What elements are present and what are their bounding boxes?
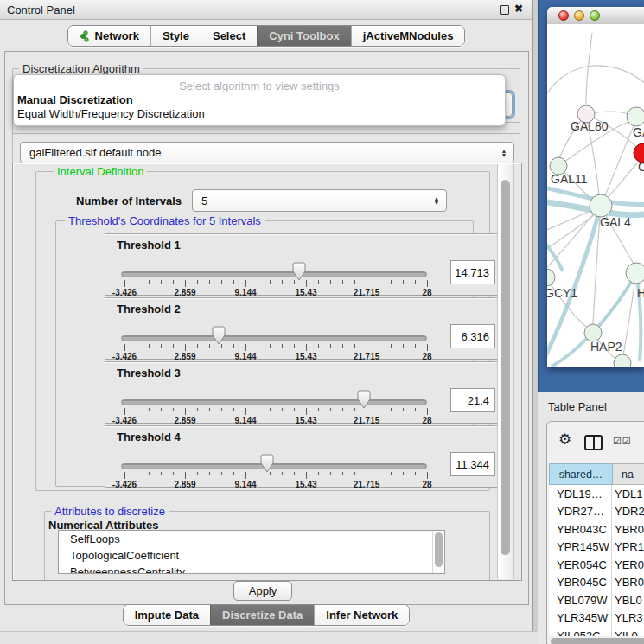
node-bottom[interactable] <box>614 354 631 367</box>
cell-name[interactable]: YER0 <box>612 556 644 574</box>
scrollbar-thumb[interactable] <box>435 532 443 567</box>
cell-name[interactable]: YBL0 <box>612 591 644 609</box>
table-row[interactable]: YIL052CYIL0 <box>549 627 644 636</box>
bottom-tab-infer-network[interactable]: Infer Network <box>314 605 409 625</box>
table-row[interactable]: YBL079WYBL0 <box>549 591 644 609</box>
slider-thumb[interactable] <box>292 262 306 281</box>
threshold-value-field[interactable]: 21.4 <box>450 388 495 412</box>
slider-thumb[interactable] <box>357 390 371 409</box>
tick-mark <box>233 280 234 284</box>
cell-name[interactable]: YPR1 <box>612 539 644 557</box>
network-edge[interactable] <box>586 33 592 114</box>
threshold-label: Threshold 3 <box>117 367 181 379</box>
select-columns-icon[interactable]: ☑☑ <box>613 436 632 447</box>
network-graph[interactable]: GAL80GACGAL11GAL4GCY1HHAP2 <box>547 24 644 367</box>
bottom-tab-discretize-data[interactable]: Discretize Data <box>210 605 314 625</box>
column-header-name[interactable]: na <box>613 463 644 485</box>
network-window-titlebar[interactable] <box>547 7 644 25</box>
minimize-traffic-light-icon[interactable] <box>574 10 584 21</box>
cell-shared-name[interactable]: YPR145W <box>549 539 612 557</box>
threshold-label: Threshold 2 <box>117 303 181 316</box>
tick-label: 2.859 <box>174 352 195 361</box>
cell-shared-name[interactable]: YIL052C <box>549 627 612 636</box>
cell-name[interactable]: YIL0 <box>612 627 644 636</box>
top-tab-style[interactable]: Style <box>150 26 201 46</box>
column-header-shared-name[interactable]: shared… <box>549 463 613 485</box>
tick-mark <box>197 344 198 348</box>
tick-mark <box>379 472 379 475</box>
close-icon[interactable]: ✖ <box>514 3 523 15</box>
cell-name[interactable]: YLR3 <box>612 609 644 628</box>
slider-track[interactable] <box>121 335 427 341</box>
dropdown-option-1[interactable]: Equal Width/Frequency Discretization <box>14 107 505 121</box>
attribute-list-item[interactable]: TopologicalCoefficient <box>59 547 444 564</box>
slider-track[interactable] <box>121 271 427 277</box>
network-edge[interactable] <box>601 126 634 206</box>
tick-mark <box>330 280 331 284</box>
table-row[interactable]: YLR345WYLR3 <box>549 609 644 628</box>
cell-shared-name[interactable]: YER054C <box>549 556 612 574</box>
cell-shared-name[interactable]: YDR27… <box>549 503 612 521</box>
split-table-icon[interactable] <box>584 435 603 450</box>
cell-name[interactable]: YDR2 <box>612 503 644 521</box>
slider-track[interactable] <box>121 463 427 469</box>
dropdown-option-0[interactable]: Manual Discretization <box>14 93 505 107</box>
tick-label: 28 <box>422 352 431 361</box>
table-data-combo[interactable]: galFiltered.sif default node ▲▼ <box>20 142 514 163</box>
threshold-value-field[interactable]: 11.344 <box>450 452 495 476</box>
network-edge-highlighted[interactable] <box>547 237 563 271</box>
attribute-list-item[interactable]: BetweennessCentrality <box>59 564 444 574</box>
cell-shared-name[interactable]: YLR345W <box>549 609 612 628</box>
cell-shared-name[interactable]: YBR045C <box>549 574 612 592</box>
table-row[interactable]: YBR043CYBR0 <box>549 520 644 539</box>
apply-button[interactable]: Apply <box>233 581 292 601</box>
num-intervals-combo[interactable]: 5 ▲▼ <box>192 189 447 212</box>
slider-thumb[interactable] <box>260 454 274 473</box>
bottom-tab-impute-data[interactable]: Impute Data <box>124 605 210 625</box>
node-table[interactable]: shared… na YDL19…YDL1YDR27…YDR2YBR043CYB… <box>549 463 644 636</box>
zoom-traffic-light-icon[interactable] <box>590 10 600 21</box>
network-view-window[interactable]: GAL80GACGAL11GAL4GCY1HHAP2 <box>547 7 644 367</box>
top-tab-network[interactable]: Network <box>68 26 150 46</box>
main-vertical-scrollbar[interactable] <box>497 164 514 579</box>
table-horizontal-scrollbar[interactable] <box>551 638 644 644</box>
cell-name[interactable]: YBR0 <box>612 520 644 539</box>
scrollbar-thumb[interactable] <box>501 180 510 555</box>
node-gcy1[interactable] <box>547 269 555 286</box>
cell-shared-name[interactable]: YBL079W <box>549 591 612 609</box>
attributes-list-scrollbar[interactable] <box>432 531 444 573</box>
float-window-icon[interactable] <box>500 5 509 15</box>
threshold-value-field[interactable]: 14.713 <box>450 260 495 284</box>
table-row[interactable]: YDR27…YDR2 <box>549 503 644 521</box>
network-canvas[interactable]: GAL80GACGAL11GAL4GCY1HHAP2 <box>547 24 644 367</box>
node-gal4[interactable] <box>590 194 612 217</box>
table-row[interactable]: YER054CYER0 <box>549 556 644 574</box>
top-tab-cyni-toolbox[interactable]: Cyni Toolbox <box>257 26 350 46</box>
gear-icon[interactable]: ⚙ <box>558 432 571 447</box>
table-row[interactable]: YBR045CYBR0 <box>549 574 644 592</box>
slider-thumb[interactable] <box>212 326 226 345</box>
tick-mark <box>367 344 367 351</box>
cell-name[interactable]: YBR0 <box>612 574 644 592</box>
cell-shared-name[interactable]: YDL19… <box>549 485 612 503</box>
table-row[interactable]: YDL19…YDL1 <box>549 485 644 503</box>
slider-track[interactable] <box>121 399 427 405</box>
numerical-attributes-list[interactable]: SelfLoopsTopologicalCoefficientBetweenne… <box>58 530 445 574</box>
threshold-value-field[interactable]: 6.316 <box>450 324 495 348</box>
tick-mark <box>330 344 331 348</box>
node-ga[interactable] <box>627 107 644 126</box>
cell-shared-name[interactable]: YBR043C <box>549 520 612 539</box>
table-row[interactable]: YPR145WYPR1 <box>549 539 644 557</box>
top-tab-select[interactable]: Select <box>201 26 257 46</box>
tick-mark <box>354 344 355 348</box>
tick-mark <box>185 408 186 415</box>
network-edge[interactable] <box>547 66 644 106</box>
attribute-list-item[interactable]: SelfLoops <box>59 531 444 547</box>
cell-name[interactable]: YDL1 <box>612 485 644 503</box>
close-traffic-light-icon[interactable] <box>558 10 569 21</box>
settings-scrollpane: Interval Definition Number of Intervals … <box>12 163 522 581</box>
node-hap2[interactable] <box>584 324 602 341</box>
tick-mark <box>185 280 186 287</box>
node-h[interactable] <box>626 263 644 284</box>
top-tab-jactivemnodules[interactable]: jActiveMNodules <box>351 26 465 46</box>
